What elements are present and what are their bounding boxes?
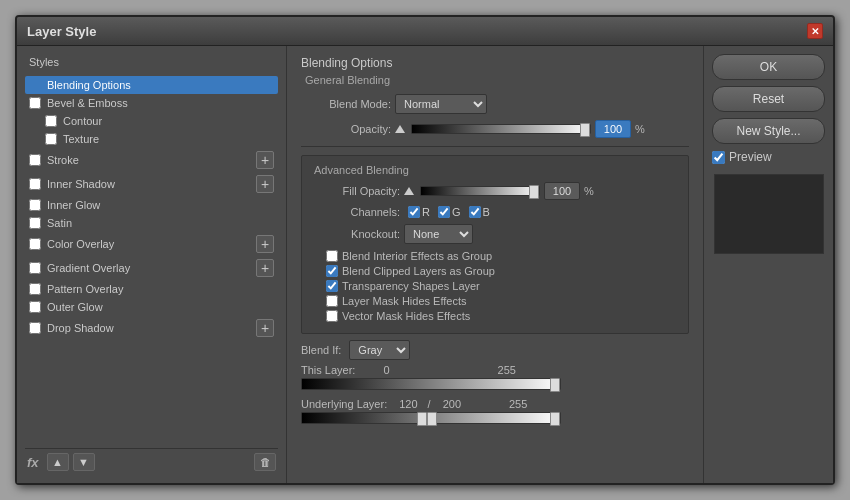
channel-b: B [469, 206, 490, 218]
channel-r-checkbox[interactable] [408, 206, 420, 218]
sidebar-item-color-overlay[interactable]: Color Overlay+ [25, 232, 278, 256]
new-style-button[interactable]: New Style... [712, 118, 825, 144]
inner-glow-checkbox[interactable] [29, 199, 41, 211]
sidebar-item-blending-options[interactable]: Blending Options [25, 76, 278, 94]
fx-label: fx [27, 455, 39, 470]
channel-b-label: B [483, 206, 490, 218]
ok-button[interactable]: OK [712, 54, 825, 80]
pattern-overlay-label: Pattern Overlay [47, 283, 274, 295]
blend-interior-label: Blend Interior Effects as Group [342, 250, 492, 262]
sidebar-item-inner-shadow[interactable]: Inner Shadow+ [25, 172, 278, 196]
blend-clipped-row: Blend Clipped Layers as Group [326, 265, 680, 277]
drop-shadow-checkbox[interactable] [29, 322, 41, 334]
stroke-checkbox[interactable] [29, 154, 41, 166]
opacity-slider[interactable] [411, 124, 591, 134]
opacity-value[interactable]: 100 [595, 120, 631, 138]
underlying-layer-right-thumb[interactable] [550, 412, 560, 426]
blend-clipped-label: Blend Clipped Layers as Group [342, 265, 495, 277]
channel-b-checkbox[interactable] [469, 206, 481, 218]
blend-interior-checkbox[interactable] [326, 250, 338, 262]
color-overlay-plus-button[interactable]: + [256, 235, 274, 253]
blend-mode-select[interactable]: NormalDissolveMultiplyScreenOverlaySoft … [395, 94, 487, 114]
blending-options-label: Blending Options [47, 79, 274, 91]
sidebar-item-drop-shadow[interactable]: Drop Shadow+ [25, 316, 278, 340]
color-overlay-checkbox[interactable] [29, 238, 41, 250]
this-layer-slider[interactable] [301, 378, 561, 390]
sidebar-item-inner-glow[interactable]: Inner Glow [25, 196, 278, 214]
dialog-title: Layer Style [27, 24, 96, 39]
outer-glow-checkbox[interactable] [29, 301, 41, 313]
fill-opacity-value[interactable]: 100 [544, 182, 580, 200]
inner-shadow-checkbox[interactable] [29, 178, 41, 190]
this-layer-label-row: This Layer: 0 255 [301, 364, 689, 376]
layer-style-dialog: Layer Style ✕ Styles Blending OptionsBev… [15, 15, 835, 485]
bevel-emboss-label: Bevel & Emboss [47, 97, 274, 109]
underlying-layer-slider[interactable] [301, 412, 561, 424]
vector-mask-checkbox[interactable] [326, 310, 338, 322]
close-button[interactable]: ✕ [807, 23, 823, 39]
sidebar-item-outer-glow[interactable]: Outer Glow [25, 298, 278, 316]
fill-opacity-thumb[interactable] [529, 185, 539, 199]
fill-opacity-label: Fill Opacity: [310, 185, 400, 197]
knockout-select[interactable]: NoneShallowDeep [404, 224, 473, 244]
advanced-blending-title: Advanced Blending [310, 164, 680, 176]
gradient-overlay-checkbox[interactable] [29, 262, 41, 274]
preview-label: Preview [729, 150, 772, 164]
drop-shadow-plus-button[interactable]: + [256, 319, 274, 337]
blend-clipped-checkbox[interactable] [326, 265, 338, 277]
general-blending-subtitle: General Blending [301, 74, 689, 86]
blend-if-section: Blend If: GrayRedGreenBlue This Layer: 0… [301, 340, 689, 424]
center-panel: Blending Options General Blending Blend … [287, 46, 703, 483]
underlying-layer-left-thumb-b[interactable] [427, 412, 437, 426]
vector-mask-row: Vector Mask Hides Effects [326, 310, 680, 322]
opacity-thumb[interactable] [580, 123, 590, 137]
blend-mode-row: Blend Mode: NormalDissolveMultiplyScreen… [301, 94, 689, 114]
outer-glow-label: Outer Glow [47, 301, 274, 313]
move-down-button[interactable]: ▼ [73, 453, 95, 471]
move-up-button[interactable]: ▲ [47, 453, 69, 471]
sidebar-item-gradient-overlay[interactable]: Gradient Overlay+ [25, 256, 278, 280]
transparency-checkbox[interactable] [326, 280, 338, 292]
satin-checkbox[interactable] [29, 217, 41, 229]
satin-label: Satin [47, 217, 274, 229]
layer-mask-label: Layer Mask Hides Effects [342, 295, 467, 307]
layer-mask-checkbox[interactable] [326, 295, 338, 307]
sidebar-item-texture[interactable]: Texture [25, 130, 278, 148]
preview-checkbox[interactable] [712, 151, 725, 164]
pattern-overlay-checkbox[interactable] [29, 283, 41, 295]
dialog-body: Styles Blending OptionsBevel & EmbossCon… [17, 46, 833, 483]
this-layer-right-thumb[interactable] [550, 378, 560, 392]
blend-if-select[interactable]: GrayRedGreenBlue [349, 340, 410, 360]
texture-checkbox[interactable] [45, 133, 57, 145]
contour-checkbox[interactable] [45, 115, 57, 127]
right-panel: OK Reset New Style... Preview [703, 46, 833, 483]
opacity-percent: % [635, 123, 645, 135]
underlying-layer-left-thumb-a[interactable] [417, 412, 427, 426]
delete-button[interactable]: 🗑 [254, 453, 276, 471]
inner-shadow-label: Inner Shadow [47, 178, 252, 190]
this-layer-label: This Layer: [301, 364, 355, 376]
blending-options-title: Blending Options [301, 56, 689, 70]
sidebar-item-bevel-emboss[interactable]: Bevel & Emboss [25, 94, 278, 112]
knockout-row: Knockout: NoneShallowDeep [310, 224, 680, 244]
channel-g-checkbox[interactable] [438, 206, 450, 218]
preview-row: Preview [712, 150, 825, 164]
left-panel: Styles Blending OptionsBevel & EmbossCon… [17, 46, 287, 483]
fill-opacity-slider[interactable] [420, 186, 540, 196]
blend-if-row: Blend If: GrayRedGreenBlue [301, 340, 689, 360]
opacity-row: Opacity: 100 % [301, 120, 689, 138]
bevel-emboss-checkbox[interactable] [29, 97, 41, 109]
underlying-layer-max: 255 [509, 398, 527, 410]
gradient-overlay-label: Gradient Overlay [47, 262, 252, 274]
gradient-overlay-plus-button[interactable]: + [256, 259, 274, 277]
inner-shadow-plus-button[interactable]: + [256, 175, 274, 193]
underlying-layer-mid: 200 [443, 398, 461, 410]
left-footer: fx ▲ ▼ 🗑 [25, 448, 278, 475]
channel-r-label: R [422, 206, 430, 218]
sidebar-item-contour[interactable]: Contour [25, 112, 278, 130]
sidebar-item-pattern-overlay[interactable]: Pattern Overlay [25, 280, 278, 298]
stroke-plus-button[interactable]: + [256, 151, 274, 169]
sidebar-item-stroke[interactable]: Stroke+ [25, 148, 278, 172]
sidebar-item-satin[interactable]: Satin [25, 214, 278, 232]
reset-button[interactable]: Reset [712, 86, 825, 112]
